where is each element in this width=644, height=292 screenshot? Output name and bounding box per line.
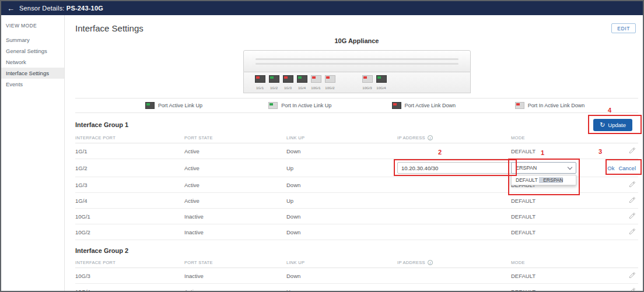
ip-address-input[interactable] — [397, 162, 513, 174]
cell-port-state: Inactive — [184, 213, 286, 220]
cell-interface-port: 1G/3 — [75, 182, 184, 188]
cell-link-up: Down — [286, 148, 397, 154]
group-1-title: Interface Group 1 — [75, 121, 128, 128]
col-port-state: PORT STATE — [184, 260, 286, 265]
table-row: 10G/4 Active Up DEFAULT — [75, 284, 638, 292]
edit-row-button[interactable] — [629, 272, 636, 280]
col-interface-port: INTERFACE PORT — [75, 135, 184, 140]
sidebar-item-network[interactable]: Network — [1, 57, 64, 68]
cell-port-state: Active — [184, 182, 286, 188]
info-icon — [428, 135, 433, 140]
page-title-label: Sensor Details: — [19, 5, 65, 12]
top-header: Sensor Details: PS-243-10G — [1, 1, 643, 15]
port-inactive-down-icon — [311, 75, 321, 83]
col-ip-address: IP ADDRESS — [397, 260, 511, 265]
cell-link-up: Up — [286, 289, 397, 292]
port-active-up-icon — [376, 75, 387, 83]
pencil-icon — [629, 212, 636, 219]
pencil-icon — [629, 228, 636, 235]
edit-row-button[interactable] — [629, 212, 636, 221]
port-inactive-down-icon — [325, 75, 335, 83]
chevron-down-icon — [568, 164, 572, 169]
sidebar-item-general-settings[interactable]: General Settings — [1, 45, 64, 57]
port-inactive-up-icon — [268, 102, 278, 109]
port-active-down-icon — [392, 102, 401, 109]
section-title: Interface Settings — [75, 23, 144, 33]
edit-row-button[interactable] — [629, 181, 636, 189]
sensor-details-screen: Sensor Details: PS-243-10G VIEW MODE Sum… — [0, 0, 644, 292]
sidebar-item-summary[interactable]: Summary — [1, 34, 64, 45]
port-active-down-icon — [255, 75, 265, 83]
back-button[interactable] — [7, 3, 15, 13]
edit-row-button[interactable] — [629, 196, 636, 205]
col-mode: MODE — [511, 135, 604, 140]
mode-option-default[interactable]: DEFAULT — [512, 177, 538, 183]
sidebar-item-interface-settings[interactable]: Interface Settings — [1, 68, 64, 79]
pencil-icon — [629, 272, 636, 279]
mode-select[interactable]: ERSPAN DEFAULT ERSPAN — [511, 162, 576, 174]
cell-port-state: Active — [184, 165, 286, 171]
mode-option-erspan[interactable]: ERSPAN — [539, 177, 563, 183]
sidebar-item-events[interactable]: Events — [1, 79, 64, 90]
port-1g3: 1G/3 — [281, 75, 295, 93]
cell-link-up: Down — [286, 182, 397, 188]
back-arrow-icon — [7, 3, 15, 13]
ok-link[interactable]: Ok — [607, 165, 614, 171]
table-row: 1G/1 Active Down DEFAULT — [75, 143, 638, 159]
cell-link-up: Up — [286, 198, 397, 204]
cell-link-up: Down — [286, 229, 397, 235]
cell-interface-port: 1G/4 — [75, 198, 184, 204]
legend-inactive-link-up: Port In Active Link Up — [268, 102, 391, 109]
port-group-1: 1G/1 1G/2 1G/3 1G/4 10G/1 10G/2 — [253, 75, 337, 93]
table-header: INTERFACE PORT PORT STATE LINK UP IP ADD… — [75, 258, 638, 268]
port-active-down-icon — [283, 75, 293, 83]
port-10g2: 10G/2 — [323, 75, 337, 93]
mode-select-value: ERSPAN — [516, 165, 537, 171]
port-1g2: 1G/2 — [267, 75, 281, 93]
refresh-icon: ↻ — [600, 122, 605, 128]
cell-port-state: Active — [184, 289, 286, 292]
edit-row-button[interactable] — [629, 228, 636, 237]
table-row: 10G/3 Inactive Down DEFAULT — [75, 268, 638, 284]
port-inactive-down-icon — [515, 102, 524, 109]
update-button-label: Update — [608, 122, 626, 128]
cell-mode: DEFAULT — [511, 229, 604, 235]
cell-mode: DEFAULT — [511, 198, 604, 204]
port-group-2: 10G/3 10G/4 — [360, 75, 388, 93]
cell-port-state: Inactive — [184, 273, 286, 279]
table-row: 10G/1 Inactive Down DEFAULT — [75, 209, 638, 224]
table-header: INTERFACE PORT PORT STATE LINK UP IP ADD… — [75, 133, 638, 143]
cell-link-up: Down — [286, 273, 397, 279]
cell-mode: DEFAULT — [511, 289, 604, 292]
cell-interface-port: 10G/4 — [75, 289, 184, 292]
update-button[interactable]: ↻ Update — [593, 119, 632, 131]
cell-mode: DEFAULT — [511, 213, 604, 220]
sidebar: VIEW MODE Summary General Settings Netwo… — [1, 15, 65, 291]
appliance-graphic: 1G/1 1G/2 1G/3 1G/4 10G/1 10G/2 10G/3 10… — [243, 50, 471, 93]
cell-link-up: Up — [286, 165, 397, 171]
cell-interface-port: 1G/2 — [75, 165, 184, 171]
edit-row-button[interactable] — [629, 147, 636, 156]
group-2-title: Interface Group 2 — [75, 247, 128, 254]
edit-button[interactable]: EDIT — [611, 23, 636, 33]
port-10g4: 10G/4 — [374, 75, 388, 93]
pencil-icon — [629, 287, 636, 292]
port-legend: Port Active Link Up Port In Active Link … — [75, 98, 638, 113]
col-link-up: LINK UP — [286, 260, 397, 265]
mode-options-list: DEFAULT ERSPAN — [511, 175, 576, 185]
cell-port-state: Active — [184, 198, 286, 204]
vent-slot — [256, 58, 459, 60]
cell-port-state: Inactive — [184, 229, 286, 235]
edit-row-button[interactable] — [629, 287, 636, 292]
cancel-link[interactable]: Cancel — [618, 165, 636, 171]
port-inactive-down-icon — [362, 75, 373, 83]
cell-mode: DEFAULT — [511, 273, 604, 279]
table-row: 10G/2 Inactive Down DEFAULT — [75, 224, 638, 240]
cell-link-up: Down — [286, 213, 397, 220]
pencil-icon — [629, 181, 636, 188]
cell-mode: DEFAULT — [511, 148, 604, 154]
port-active-up-icon — [297, 75, 307, 83]
cell-interface-port: 10G/1 — [75, 213, 184, 220]
port-active-up-icon — [145, 102, 155, 109]
port-1g4: 1G/4 — [295, 75, 309, 93]
